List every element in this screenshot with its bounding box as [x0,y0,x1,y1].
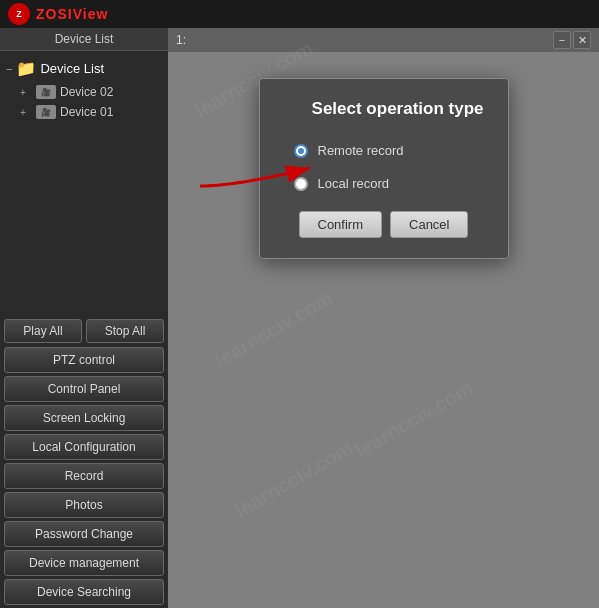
folder-icon: 📁 [16,59,36,78]
expand-icon-01: + [20,107,32,118]
confirm-button[interactable]: Confirm [299,211,383,238]
play-all-button[interactable]: Play All [4,319,82,343]
control-panel-button[interactable]: Control Panel [4,376,164,402]
sidebar-buttons: Play All Stop All PTZ control Control Pa… [0,313,168,608]
minimize-button[interactable]: − [553,31,571,49]
ptz-control-button[interactable]: PTZ control [4,347,164,373]
tree-root-label: Device List [40,61,104,76]
device-searching-button[interactable]: Device Searching [4,579,164,605]
device-02-label: Device 02 [60,85,113,99]
tree-root-item[interactable]: − 📁 Device List [0,55,168,82]
dialog: Select operation type Remote record Loca… [259,78,509,259]
device-01-label: Device 01 [60,105,113,119]
device-tree: − 📁 Device List + 🎥 Device 02 + 🎥 Device… [0,51,168,126]
cancel-button[interactable]: Cancel [390,211,468,238]
local-record-option[interactable]: Local record [284,170,484,197]
device-list-header: Device List [0,28,168,51]
local-configuration-button[interactable]: Local Configuration [4,434,164,460]
watermark-3: learncciv.com [211,287,337,373]
remote-record-label: Remote record [318,143,404,158]
title-bar: Z ZOSIView [0,0,599,28]
expand-icon-02: + [20,87,32,98]
watermark-4: learncciv.com [351,377,477,463]
screen-locking-button[interactable]: Screen Locking [4,405,164,431]
collapse-icon: − [6,63,12,75]
content-header: 1: − ✕ [168,28,599,52]
device-management-button[interactable]: Device management [4,550,164,576]
camera-icon-01: 🎥 [36,105,56,119]
record-button[interactable]: Record [4,463,164,489]
sidebar: Device List − 📁 Device List + 🎥 Device 0… [0,28,168,608]
app-logo: Z [8,3,30,25]
main-layout: Device List − 📁 Device List + 🎥 Device 0… [0,28,599,608]
device-01-item[interactable]: + 🎥 Device 01 [0,102,168,122]
photos-button[interactable]: Photos [4,492,164,518]
watermark-5: learncciv.com [231,437,357,523]
play-stop-row: Play All Stop All [4,319,164,343]
dialog-title: Select operation type [284,99,484,119]
app-name: ZOSIView [36,6,108,22]
main-content: 1: − ✕ learncciv.com learncciv.com learn… [168,28,599,608]
device-02-item[interactable]: + 🎥 Device 02 [0,82,168,102]
dialog-buttons: Confirm Cancel [284,211,484,238]
content-tab: 1: [176,33,186,47]
local-record-radio[interactable] [294,177,308,191]
remote-record-option[interactable]: Remote record [284,137,484,164]
camera-icon-02: 🎥 [36,85,56,99]
remote-record-radio[interactable] [294,144,308,158]
close-button[interactable]: ✕ [573,31,591,49]
content-controls: − ✕ [553,31,591,49]
stop-all-button[interactable]: Stop All [86,319,164,343]
password-change-button[interactable]: Password Change [4,521,164,547]
local-record-label: Local record [318,176,390,191]
